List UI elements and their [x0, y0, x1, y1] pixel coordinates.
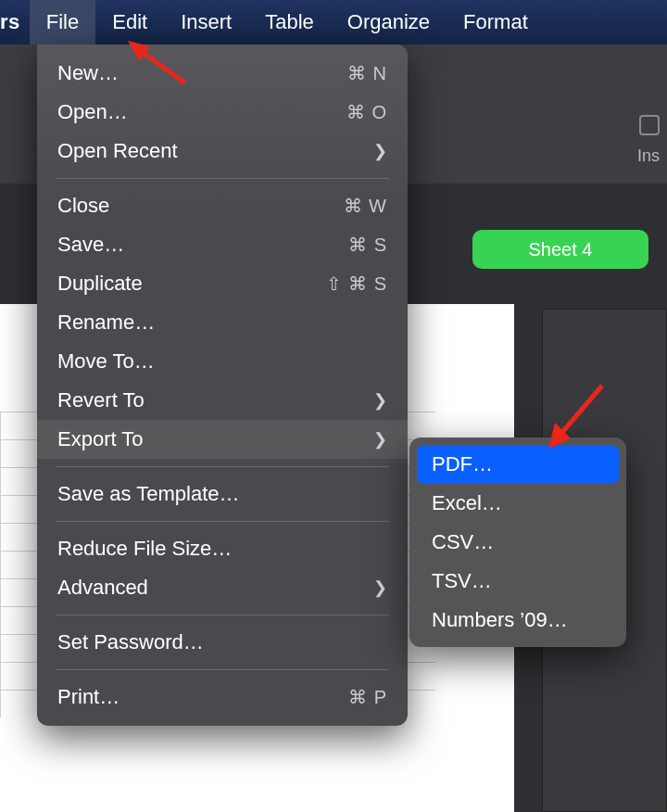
insert-icon[interactable]: [639, 115, 660, 135]
chevron-right-icon: ❯: [373, 429, 387, 450]
menu-shortcut: ⌘ P: [348, 686, 387, 708]
menu-item-label: Print…: [57, 685, 120, 709]
menubar-item-insert[interactable]: Insert: [164, 0, 248, 44]
export-option-pdf[interactable]: PDF…: [417, 445, 619, 484]
menubar-item-table[interactable]: Table: [248, 0, 331, 44]
menu-item-label: Move To…: [57, 349, 155, 374]
menu-shortcut: ⌘ N: [347, 62, 387, 84]
export-option-csv[interactable]: CSV…: [417, 523, 619, 562]
export-to-submenu: PDF…Excel…CSV…TSV…Numbers ’09…: [409, 438, 626, 647]
menu-item-rename[interactable]: Rename…: [37, 303, 408, 342]
menu-shortcut: ⇧ ⌘ S: [326, 273, 387, 295]
menubar-item-organize[interactable]: Organize: [331, 0, 447, 44]
menu-item-revert-to[interactable]: Revert To❯: [37, 381, 408, 420]
menu-item-reduce-file-size[interactable]: Reduce File Size…: [37, 529, 408, 568]
menu-item-save[interactable]: Save…⌘ S: [37, 225, 408, 264]
sheet-tab-label: Sheet 4: [529, 239, 593, 260]
menu-shortcut: ⌘ O: [346, 101, 387, 123]
menu-item-label: Save…: [57, 233, 124, 257]
menubar-item-edit[interactable]: Edit: [95, 0, 164, 44]
insert-label-partial: Ins: [637, 146, 660, 166]
chevron-right-icon: ❯: [373, 141, 387, 161]
menu-item-label: Open Recent: [57, 139, 178, 163]
menu-item-label: Rename…: [57, 311, 155, 335]
menu-item-open-recent[interactable]: Open Recent❯: [37, 132, 408, 171]
file-menu: New…⌘ NOpen…⌘ OOpen Recent❯Close⌘ WSave……: [37, 44, 408, 726]
menu-item-print[interactable]: Print…⌘ P: [37, 678, 408, 717]
menu-item-label: Duplicate: [57, 272, 143, 296]
menu-item-label: Advanced: [57, 576, 148, 600]
menu-item-close[interactable]: Close⌘ W: [37, 186, 408, 225]
menu-item-label: Export To: [57, 427, 144, 451]
menu-item-open[interactable]: Open…⌘ O: [37, 93, 408, 132]
menu-item-label: Revert To: [57, 388, 145, 412]
menu-item-export-to[interactable]: Export To❯: [37, 420, 408, 459]
menubar: rs FileEditInsertTableOrganizeFormat: [0, 0, 667, 44]
menu-item-label: Reduce File Size…: [57, 537, 232, 561]
menu-item-save-as-template[interactable]: Save as Template…: [37, 475, 408, 514]
menu-shortcut: ⌘ W: [344, 195, 387, 217]
sheet-tab[interactable]: Sheet 4: [472, 230, 648, 269]
menu-item-advanced[interactable]: Advanced❯: [37, 568, 408, 607]
menu-item-label: Set Password…: [57, 630, 204, 654]
chevron-right-icon: ❯: [373, 577, 387, 598]
menubar-item-file[interactable]: File: [30, 0, 95, 44]
menu-shortcut: ⌘ S: [348, 234, 387, 256]
menu-item-move-to[interactable]: Move To…: [37, 342, 408, 381]
menu-item-label: Open…: [57, 100, 128, 124]
menu-item-label: Save as Template…: [57, 482, 239, 506]
menu-item-new[interactable]: New…⌘ N: [37, 54, 408, 93]
menu-item-label: New…: [57, 61, 119, 85]
app-name-partial: rs: [0, 10, 30, 34]
menu-item-duplicate[interactable]: Duplicate⇧ ⌘ S: [37, 264, 408, 303]
chevron-right-icon: ❯: [373, 390, 387, 411]
menu-item-set-password[interactable]: Set Password…: [37, 623, 408, 662]
menubar-item-format[interactable]: Format: [447, 0, 545, 44]
menu-item-label: Close: [57, 194, 109, 218]
export-option-tsv[interactable]: TSV…: [417, 562, 619, 601]
export-option-excel[interactable]: Excel…: [417, 484, 619, 523]
export-option-numbers-09[interactable]: Numbers ’09…: [417, 601, 619, 640]
